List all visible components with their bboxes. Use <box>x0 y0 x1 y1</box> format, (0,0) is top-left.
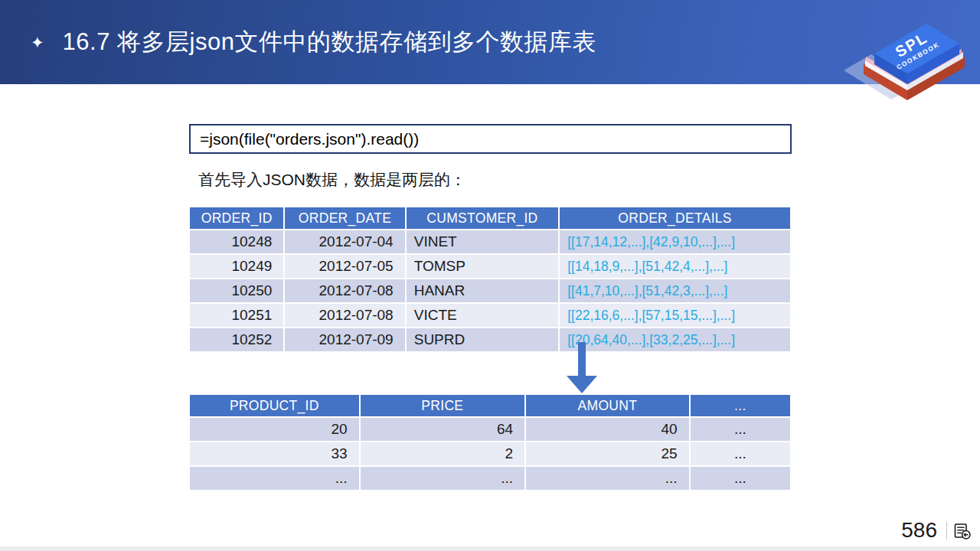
table-cell: 40 <box>526 418 689 441</box>
table-row: 102492012-07-05TOMSP[[14,18,9,...],[51,4… <box>190 255 790 278</box>
table-cell: 64 <box>361 418 525 441</box>
table-cell: ... <box>190 467 359 490</box>
page-title: 16.7 将多层json文件中的数据存储到多个数据库表 <box>63 26 596 58</box>
column-header: AMOUNT <box>526 395 689 416</box>
table-row: 102522012-07-09SUPRD[[20,64,40,...],[33,… <box>190 328 790 351</box>
table-cell: 10249 <box>190 255 283 278</box>
table-cell: [[22,16,6,...],[57,15,15,...],...] <box>560 304 790 327</box>
orders-table: ORDER_IDORDER_DATECUMSTOMER_IDORDER_DETA… <box>188 206 792 353</box>
spl-cookbook-logo: SPL COOKBOOK <box>836 3 978 105</box>
title-bar: ✦ 16.7 将多层json文件中的数据存储到多个数据库表 <box>0 0 980 84</box>
table-row: 33225... <box>190 442 790 465</box>
column-header: PRICE <box>361 395 525 416</box>
page-number: 586 <box>897 518 937 543</box>
column-header: CUMSTOMER_ID <box>407 207 559 229</box>
table-cell: VINET <box>407 230 559 253</box>
table-cell: [[14,18,9,...],[51,42,4,...],...] <box>560 255 790 278</box>
orders-table-header-row: ORDER_IDORDER_DATECUMSTOMER_IDORDER_DETA… <box>190 207 790 229</box>
table-cell: 2012-07-09 <box>285 328 404 351</box>
table-cell: 2012-07-08 <box>285 279 404 302</box>
table-cell: SUPRD <box>407 328 559 351</box>
details-table-body: 206440...33225............... <box>190 418 790 490</box>
table-cell: 33 <box>190 442 359 465</box>
footer-divider <box>946 522 947 540</box>
spl-code-text: =json(file("orders.json").read()) <box>200 130 419 148</box>
table-cell: ... <box>361 467 525 490</box>
table-cell: [[17,14,12,...],[42,9,10,...],...] <box>560 230 790 253</box>
table-cell: 10248 <box>190 230 283 253</box>
column-header: ORDER_DETAILS <box>560 207 790 229</box>
column-header: ORDER_DATE <box>285 207 404 229</box>
table-cell: TOMSP <box>407 255 559 278</box>
table-row: 102502012-07-08HANAR[[41,7,10,...],[51,4… <box>190 279 790 302</box>
table-cell: HANAR <box>407 279 559 302</box>
column-header: ORDER_ID <box>190 207 283 229</box>
down-arrow-icon <box>560 342 603 394</box>
table-cell: 2 <box>361 442 525 465</box>
table-cell: ... <box>526 467 689 490</box>
table-cell: [[41,7,10,...],[51,42,3,...],...] <box>560 279 790 302</box>
spl-code-box: =json(file("orders.json").read()) <box>189 124 792 154</box>
return-to-contents-icon[interactable] <box>953 522 972 540</box>
intro-text: 首先导入JSON数据，数据是两层的： <box>198 169 466 191</box>
order-details-table: PRODUCT_IDPRICEAMOUNT... 206440...33225.… <box>188 393 792 491</box>
table-row: ............ <box>190 467 790 490</box>
table-cell: 10251 <box>190 304 283 327</box>
table-cell: 10250 <box>190 279 283 302</box>
table-cell: 10252 <box>190 328 283 351</box>
table-cell: 20 <box>190 418 359 441</box>
table-cell: VICTE <box>407 304 559 327</box>
table-cell: ... <box>691 418 790 441</box>
table-cell: ... <box>691 442 790 465</box>
table-row: 206440... <box>190 418 790 441</box>
table-cell: 2012-07-05 <box>285 255 404 278</box>
table-row: 102482012-07-04VINET[[17,14,12,...],[42,… <box>190 230 790 253</box>
table-cell: 25 <box>526 442 689 465</box>
sparkle-bullet-icon: ✦ <box>31 34 44 51</box>
table-row: 102512012-07-08VICTE[[22,16,6,...],[57,1… <box>190 304 790 327</box>
table-cell: 2012-07-04 <box>285 230 404 253</box>
table-cell: ... <box>691 467 790 490</box>
column-header: PRODUCT_ID <box>190 395 359 416</box>
table-cell: 2012-07-08 <box>285 304 404 327</box>
bottom-strip <box>0 546 980 551</box>
column-header: ... <box>691 395 790 416</box>
orders-table-body: 102482012-07-04VINET[[17,14,12,...],[42,… <box>190 230 790 351</box>
details-table-header-row: PRODUCT_IDPRICEAMOUNT... <box>190 395 790 416</box>
slide: ✦ 16.7 将多层json文件中的数据存储到多个数据库表 SPL COOKBO… <box>0 0 980 551</box>
